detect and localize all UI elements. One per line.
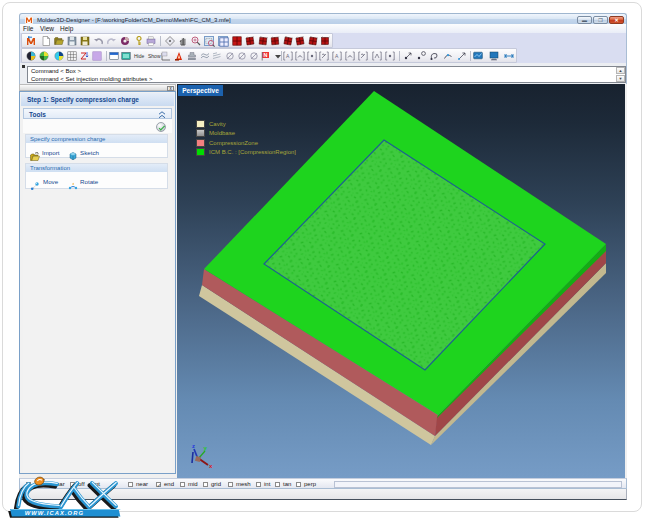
svg-text:x: x [209, 463, 213, 469]
svg-text:y: y [204, 445, 208, 451]
svg-text:z: z [192, 443, 195, 449]
svg-text:WWW.ICAX.ORG: WWW.ICAX.ORG [25, 510, 84, 516]
svg-text:N: N [264, 52, 268, 58]
svg-text:A: A [286, 53, 290, 59]
svg-text:A: A [335, 53, 339, 59]
